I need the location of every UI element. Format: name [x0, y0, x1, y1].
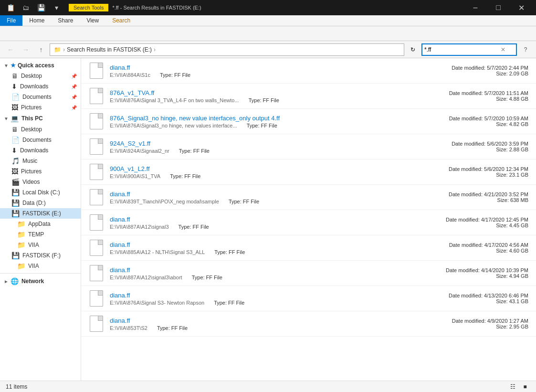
- sidebar-item-pictures-pc[interactable]: 🖼 Pictures: [0, 166, 81, 177]
- sidebar-item-data-d[interactable]: 💾 Data (D:): [0, 198, 81, 208]
- file-path-3: E:\VIIA\924A\Signaal2_nr: [110, 148, 169, 154]
- table-row[interactable]: diana.ff E:\VIIA\885A\A12 - NLTH\Signal …: [81, 235, 536, 261]
- file-size-0: Size: 2.09 GB: [433, 71, 528, 76]
- sidebar-viia-f-label: VIIA: [28, 263, 39, 269]
- search-input[interactable]: [424, 46, 501, 53]
- network-header[interactable]: ► 🌐 Network: [0, 275, 81, 287]
- file-details-4: 900A_v1_L2.ff E:\VIIA\900A\S1_TVA Type: …: [110, 165, 528, 179]
- toolbar-icon-3[interactable]: 💾: [34, 1, 48, 14]
- pictures-icon: 🖼: [11, 104, 18, 111]
- file-date-6: Date modified: 4/17/2020 12:45 PM: [433, 217, 528, 222]
- window-controls: – □ ✕: [464, 0, 532, 15]
- quick-access-header[interactable]: ▼ ★ Quick access: [0, 60, 81, 71]
- table-row[interactable]: diana.ff E:\VIIA\887A\A12\signal3 Type: …: [81, 210, 536, 235]
- breadcrumb-separator-1: ›: [63, 46, 65, 53]
- sidebar-temp-label: TEMP: [28, 231, 44, 238]
- table-row[interactable]: 900A_v1_L2.ff E:\VIIA\900A\S1_TVA Type: …: [81, 159, 536, 185]
- sidebar-item-downloads-pc[interactable]: ⬇ Downloads: [0, 145, 81, 156]
- sidebar-item-videos[interactable]: 🎬 Videos: [0, 177, 81, 187]
- file-path-7: E:\VIIA\885A\A12 - NLTH\Signal S3_ALL: [110, 249, 205, 255]
- table-row[interactable]: diana.ff E:\VIIA\887A\A12\signal3\abort …: [81, 261, 536, 286]
- table-row[interactable]: diana.ff E:\VIIA\839T_Tianchi\PO\X_neg m…: [81, 185, 536, 210]
- quick-access-label: Quick access: [18, 62, 54, 69]
- view-large-icons-button[interactable]: ■: [520, 381, 530, 392]
- file-path-4: E:\VIIA\900A\S1_TVA: [110, 173, 160, 179]
- file-path-10: E:\VIIA\853T\S2: [110, 325, 147, 331]
- view-controls: ☷ ■: [507, 381, 530, 392]
- network-chevron: ►: [4, 279, 9, 284]
- network-label: Network: [21, 278, 44, 285]
- file-details-9: diana.ff E:\VIIA\876A\Signal S3- Newton …: [110, 292, 528, 306]
- file-type-6: Type: FF File: [179, 224, 209, 230]
- table-row[interactable]: 924A_S2_v1.ff E:\VIIA\924A\Signaal2_nr T…: [81, 134, 536, 159]
- search-tools-tab[interactable]: Search Tools: [69, 4, 108, 11]
- this-pc-icon: 💻: [11, 115, 19, 122]
- sidebar-item-documents-qa[interactable]: 📄 Documents 📌: [0, 92, 81, 102]
- minimize-button[interactable]: –: [464, 0, 486, 15]
- toolbar-dropdown[interactable]: ▾: [50, 1, 63, 14]
- file-name-2: 876A_Signal3_no hinge, new value interfa…: [110, 115, 433, 122]
- downloads-pc-icon: ⬇: [11, 147, 17, 154]
- tab-view[interactable]: View: [80, 15, 105, 26]
- sidebar-item-desktop-pc[interactable]: 🖥 Desktop: [0, 124, 81, 135]
- table-row[interactable]: diana.ff E:\VIIA\876A\Signal S3- Newton …: [81, 286, 536, 311]
- sidebar-item-music[interactable]: 🎵 Music: [0, 156, 81, 166]
- file-info-9: diana.ff E:\VIIA\876A\Signal S3- Newton …: [110, 292, 433, 306]
- quick-access-toolbar[interactable]: 📋: [4, 1, 17, 14]
- sidebar-item-viia-e[interactable]: 📁 VIIA: [0, 240, 81, 250]
- close-button[interactable]: ✕: [510, 0, 532, 15]
- sidebar-pictures-qa-label: Pictures: [21, 104, 42, 111]
- table-row[interactable]: 876A_Signal3_no hinge, new value interfa…: [81, 109, 536, 134]
- file-icon-5: [89, 188, 104, 207]
- file-name-10: diana.ff: [110, 317, 433, 324]
- file-size-5: Size: 638 MB: [433, 197, 528, 203]
- view-details-button[interactable]: ☷: [507, 381, 518, 392]
- file-info-0: diana.ff E:\VIIA\884A\S1c Type: FF File: [110, 64, 433, 78]
- sidebar-item-downloads-qa[interactable]: ⬇ Downloads 📌: [0, 81, 81, 92]
- file-icon-7: [89, 238, 104, 257]
- sidebar-item-viia-f[interactable]: 📁 VIIA: [0, 261, 81, 271]
- file-date-3: Date modified: 5/6/2020 3:59 PM: [433, 141, 528, 147]
- search-help-button[interactable]: ?: [519, 43, 532, 56]
- file-type-3: Type: FF File: [179, 148, 210, 154]
- tab-share[interactable]: Share: [51, 15, 80, 26]
- file-meta-10: Date modified: 4/9/2020 1:27 AM Size: 2.…: [433, 318, 528, 329]
- back-button[interactable]: ←: [4, 43, 17, 56]
- file-size-6: Size: 4.45 GB: [433, 222, 528, 228]
- sidebar-item-fastdisk-f[interactable]: 💾 FASTDISK (F:): [0, 250, 81, 261]
- appdata-icon: 📁: [17, 220, 25, 228]
- tab-file[interactable]: File: [0, 15, 22, 26]
- tab-home[interactable]: Home: [22, 15, 51, 26]
- this-pc-header[interactable]: ▼ 💻 This PC: [0, 113, 81, 124]
- sidebar-item-appdata[interactable]: 📁 AppData: [0, 219, 81, 229]
- file-path-0: E:\VIIA\884A\S1c: [110, 72, 150, 78]
- file-size-1: Size: 4.88 GB: [433, 96, 528, 102]
- sidebar-item-local-disk-c[interactable]: 💾 Local Disk (C:): [0, 187, 81, 198]
- sidebar-item-desktop-qa[interactable]: 🖥 Desktop 📌: [0, 71, 81, 81]
- up-button[interactable]: ↑: [34, 43, 48, 56]
- file-meta-1: Date modified: 5/7/2020 11:51 AM Size: 4…: [433, 90, 528, 102]
- sidebar-documents-pc-label: Documents: [22, 137, 52, 143]
- file-info-3: 924A_S2_v1.ff E:\VIIA\924A\Signaal2_nr T…: [110, 140, 433, 154]
- refresh-button[interactable]: ↻: [406, 43, 420, 56]
- sidebar-item-fastdisk-e[interactable]: 💾 FASTDISK (E:): [0, 208, 81, 219]
- file-name-9: diana.ff: [110, 292, 433, 299]
- sidebar-item-pictures-qa[interactable]: 🖼 Pictures 📌: [0, 102, 81, 113]
- table-row[interactable]: 876A_v1_TVA.ff E:\VIIA\876A\Signal 3_TVA…: [81, 84, 536, 109]
- forward-button[interactable]: →: [19, 43, 32, 56]
- table-row[interactable]: diana.ff E:\VIIA\884A\S1c Type: FF File …: [81, 58, 536, 84]
- tab-search[interactable]: Search: [105, 15, 137, 26]
- breadcrumb-bar[interactable]: 📁 › Search Results in FASTDISK (E:) ›: [50, 43, 404, 56]
- sidebar-local-disk-c-label: Local Disk (C:): [22, 189, 60, 196]
- table-row[interactable]: diana.ff E:\VIIA\853T\S2 Type: FF File D…: [81, 311, 536, 337]
- quick-access-star-icon: ★: [11, 62, 16, 69]
- sidebar-item-documents-pc[interactable]: 📄 Documents: [0, 135, 81, 145]
- file-name-6: diana.ff: [110, 216, 433, 223]
- sidebar-fastdisk-e-label: FASTDISK (E:): [22, 210, 61, 217]
- file-details-10: diana.ff E:\VIIA\853T\S2 Type: FF File D…: [110, 317, 528, 331]
- sidebar-item-temp[interactable]: 📁 TEMP: [0, 229, 81, 240]
- viia-f-icon: 📁: [17, 262, 25, 270]
- search-clear-button[interactable]: ✕: [501, 46, 505, 53]
- maximize-button[interactable]: □: [487, 0, 509, 15]
- toolbar-icon-2[interactable]: 🗂: [19, 1, 32, 14]
